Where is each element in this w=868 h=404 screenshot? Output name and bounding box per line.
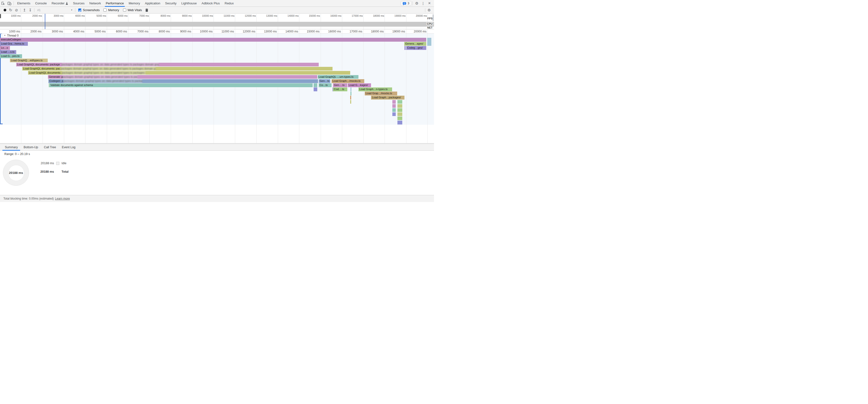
screenshots-checkbox[interactable]: Screenshots: [78, 8, 99, 12]
issues-badge[interactable]: 3: [401, 1, 411, 6]
overview-scrollbar[interactable]: [433, 14, 434, 21]
load-profile-button[interactable]: ↧: [27, 7, 33, 13]
selected-track-bracket-top: [0, 34, 2, 34]
record-button[interactable]: [2, 7, 8, 13]
flame-bar[interactable]: [427, 38, 431, 46]
flame-bar[interactable]: Load …s.ts: [0, 50, 16, 54]
tab-application[interactable]: Application: [143, 0, 163, 7]
tab-recorder[interactable]: Recorder: [49, 0, 70, 7]
tab-performance[interactable]: Performance: [103, 0, 126, 7]
flame-bar[interactable]: [392, 108, 396, 112]
flame-bar[interactable]: Load GraphQ…ed/types.ts: [10, 59, 48, 62]
tab-label: Network: [89, 0, 101, 6]
flame-bar[interactable]: Codegen: ppackages domain graphql types …: [49, 79, 318, 83]
flame-bar[interactable]: [350, 87, 351, 91]
save-profile-button[interactable]: ↥: [22, 7, 27, 13]
flame-bar[interactable]: [392, 104, 396, 108]
flame-bar[interactable]: [392, 100, 396, 104]
legend-row: 20188 msIdle: [35, 161, 66, 165]
overview-tick-label: 16000 ms: [321, 14, 341, 17]
flame-bar[interactable]: Load Graph…n-types.ts: [359, 87, 392, 91]
ruler-tick-label: 16000 ms: [320, 30, 341, 33]
tab-lighthouse[interactable]: Lighthouse: [179, 0, 199, 7]
tab-security[interactable]: Security: [163, 0, 179, 7]
flame-bar[interactable]: Cod.…ts: [333, 87, 347, 91]
redacted-text: packages domain graphql types src data g…: [62, 71, 146, 75]
flame-bar[interactable]: Generate: ppackages domain graphql types…: [48, 75, 317, 79]
flame-bar[interactable]: [314, 83, 317, 87]
flame-bar[interactable]: Load GraphQL documents: pacpackages doma…: [22, 67, 333, 71]
clear-recording-button[interactable]: ⊘: [13, 7, 20, 13]
divider: [425, 8, 425, 12]
flamechart-time-ruler: 1000 ms2000 ms3000 ms4000 ms5000 ms6000 …: [0, 30, 434, 34]
flame-bar[interactable]: [397, 121, 403, 124]
total-blocking-time-text: Total blocking time: 0.00ms (estimated): [3, 197, 54, 200]
inspect-element-button[interactable]: [0, 0, 6, 6]
tab-adblock-plus[interactable]: Adblock Plus: [199, 0, 222, 7]
flame-bar[interactable]: Codeg…ges/: [406, 46, 426, 50]
flame-bar[interactable]: Validate documents against schema: [50, 83, 313, 87]
tab-network[interactable]: Network: [87, 0, 103, 7]
history-select[interactable]: #1 ▼: [35, 8, 74, 12]
flame-bar[interactable]: [397, 104, 403, 108]
tab-call-tree[interactable]: Call Tree: [41, 144, 59, 150]
flame-bar[interactable]: Load G…pes.ts: [0, 54, 22, 58]
capture-settings-button[interactable]: ⚙: [426, 7, 432, 13]
timeline-overview[interactable]: FPS CPU NET 1000 ms2000 ms3000 ms4000 ms…: [0, 14, 434, 29]
flame-bar[interactable]: Load Graph…packages/: [371, 96, 404, 99]
device-toolbar-icon: [7, 1, 11, 5]
flame-chart[interactable]: ▼ Thread 0 executeCodegenLoad Gra…hema.t…: [0, 34, 434, 144]
device-toolbar-button[interactable]: [6, 0, 12, 6]
checkbox-unchecked-icon: [103, 8, 106, 12]
overview-tick-label: 5000 ms: [86, 14, 106, 17]
garbage-collect-button[interactable]: [144, 7, 150, 13]
flame-bar[interactable]: [397, 117, 403, 120]
learn-more-link[interactable]: Learn more: [55, 197, 70, 200]
ruler-tick-label: 11000 ms: [213, 30, 234, 33]
web-vitals-checkbox[interactable]: Web Vitals: [123, 8, 142, 12]
tab-memory[interactable]: Memory: [126, 0, 143, 7]
details-tabbar: Summary Bottom-Up Call Tree Event Log: [0, 144, 434, 151]
flame-bar[interactable]: [314, 87, 317, 91]
flame-bar[interactable]: [392, 113, 396, 116]
time-breakdown-donut-chart: 20188 ms: [3, 160, 29, 186]
reload-and-record-button[interactable]: ↻: [8, 7, 13, 13]
tab-redux[interactable]: Redux: [222, 0, 237, 7]
tab-elements[interactable]: Elements: [15, 0, 33, 7]
close-devtools-button[interactable]: ×: [426, 0, 433, 6]
flame-bar[interactable]: [350, 100, 351, 104]
flame-bar[interactable]: [397, 113, 403, 116]
flame-bar[interactable]: Load Graph…/mocks.ts: [332, 79, 364, 83]
tab-summary[interactable]: Summary: [2, 144, 21, 150]
flame-bar[interactable]: Load Grap…/mocks.ts: [365, 92, 397, 95]
flame-bar[interactable]: Lo…s: [0, 46, 10, 50]
flame-bar[interactable]: Gen.…ts: [333, 83, 347, 87]
thread-header[interactable]: ▼ Thread 0: [3, 34, 20, 37]
flame-bar[interactable]: [350, 92, 351, 95]
status-bar: Total blocking time: 0.00ms (estimated) …: [0, 195, 434, 202]
flame-bar[interactable]: Gen…ts: [319, 79, 330, 83]
tab-event-log[interactable]: Event Log: [59, 144, 78, 150]
more-options-button[interactable]: ⋮: [420, 0, 426, 6]
tab-sources[interactable]: Sources: [70, 0, 87, 7]
flame-bar[interactable]: Co…ts: [319, 83, 332, 87]
flame-bar[interactable]: Load GraphQL …urn-types.ts: [318, 75, 359, 79]
overview-tick-label: 7000 ms: [128, 14, 149, 17]
flame-bar[interactable]: [397, 100, 403, 104]
flame-bar[interactable]: Load G…kages/: [348, 83, 371, 87]
tab-label: Call Tree: [44, 146, 56, 149]
memory-checkbox[interactable]: Memory: [103, 8, 119, 12]
flame-bar[interactable]: executeCodegen: [0, 38, 426, 42]
flame-bar[interactable]: [350, 96, 351, 99]
legend-swatch: [56, 162, 59, 165]
flame-bar[interactable]: Genera…ages/: [404, 42, 426, 46]
record-icon: [4, 9, 6, 11]
flame-bar[interactable]: Load Gra…hema.ts: [0, 42, 28, 46]
flame-bar[interactable]: [397, 108, 403, 112]
settings-button[interactable]: ⚙: [414, 0, 420, 6]
flame-bar[interactable]: Load GraphQL documents:packages domain g…: [28, 71, 350, 75]
tab-bottom-up[interactable]: Bottom-Up: [21, 144, 41, 150]
tab-console[interactable]: Console: [33, 0, 49, 7]
flame-bar[interactable]: Load GraphQL documents: packagepackages …: [16, 63, 319, 67]
flame-bar[interactable]: [404, 46, 406, 50]
